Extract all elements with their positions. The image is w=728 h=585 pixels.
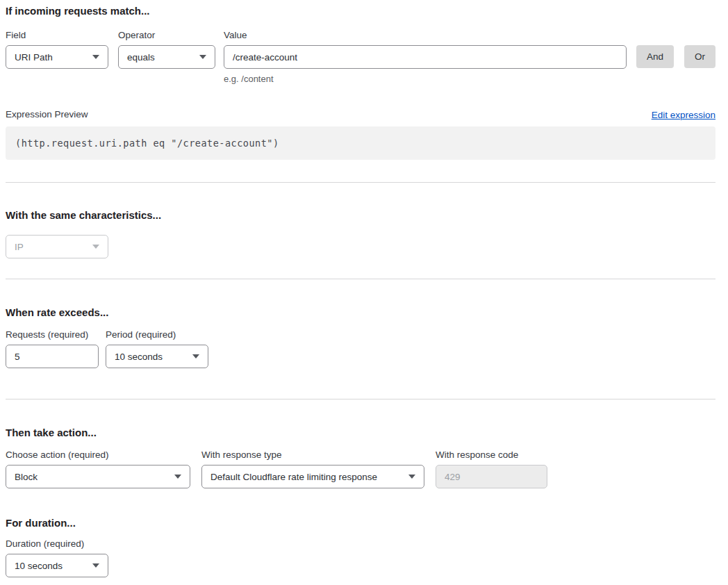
operator-select-value: equals [127, 52, 155, 63]
match-expression-row: Field URI Path Operator equals Value e.g… [6, 30, 715, 84]
operator-label: Operator [118, 30, 215, 41]
rate-limiting-rule-form: If incoming requests match... Field URI … [0, 0, 728, 585]
response-type-label: With response type [201, 450, 424, 461]
response-type-select-value: Default Cloudflare rate limiting respons… [210, 472, 377, 482]
value-hint: e.g. /content [224, 74, 627, 84]
section-divider [6, 279, 715, 279]
requests-input[interactable] [6, 345, 99, 368]
section-divider [6, 182, 715, 183]
chevron-down-icon [192, 354, 199, 359]
response-code-input [436, 465, 547, 488]
choose-action-label: Choose action (required) [6, 450, 190, 461]
field-label: Field [6, 30, 108, 41]
action-section-heading: Then take action... [6, 427, 715, 438]
response-type-select[interactable]: Default Cloudflare rate limiting respons… [201, 465, 424, 488]
characteristics-section-heading: With the same characteristics... [6, 210, 715, 221]
rate-section-heading: When rate exceeds... [6, 307, 715, 318]
match-section-heading: If incoming requests match... [6, 6, 715, 17]
response-code-label: With response code [436, 450, 547, 461]
field-select-value: URI Path [15, 52, 53, 63]
value-label: Value [224, 30, 627, 41]
expression-preview-label: Expression Preview [6, 109, 88, 120]
duration-field-group: Duration (required) 10 seconds [6, 538, 715, 577]
chevron-down-icon [92, 563, 99, 568]
or-button[interactable]: Or [684, 45, 715, 68]
action-select-value: Block [15, 472, 38, 482]
value-input[interactable] [224, 45, 627, 69]
characteristic-select-value: IP [15, 242, 24, 252]
duration-select-value: 10 seconds [15, 561, 63, 571]
expression-preview-box: (http.request.uri.path eq "/create-accou… [6, 126, 715, 160]
chevron-down-icon [174, 475, 181, 479]
field-select[interactable]: URI Path [6, 45, 108, 69]
action-select[interactable]: Block [6, 465, 190, 488]
period-select[interactable]: 10 seconds [106, 345, 208, 368]
chevron-down-icon [92, 245, 99, 249]
operator-select[interactable]: equals [118, 45, 215, 69]
chevron-down-icon [92, 55, 99, 59]
section-divider [6, 399, 715, 399]
and-button[interactable]: And [636, 45, 674, 68]
action-row: Choose action (required) Block With resp… [6, 450, 715, 488]
period-label: Period (required) [106, 329, 208, 340]
duration-select[interactable]: 10 seconds [6, 554, 108, 577]
characteristic-select: IP [6, 235, 108, 258]
expression-preview-header: Expression Preview Edit expression [6, 109, 715, 120]
period-select-value: 10 seconds [115, 352, 163, 362]
rate-row: Requests (required) Period (required) 10… [6, 329, 715, 368]
edit-expression-link[interactable]: Edit expression [652, 110, 715, 120]
duration-section-heading: For duration... [6, 518, 715, 529]
duration-label: Duration (required) [6, 538, 715, 550]
chevron-down-icon [199, 55, 206, 59]
chevron-down-icon [408, 475, 415, 479]
requests-label: Requests (required) [6, 329, 99, 340]
